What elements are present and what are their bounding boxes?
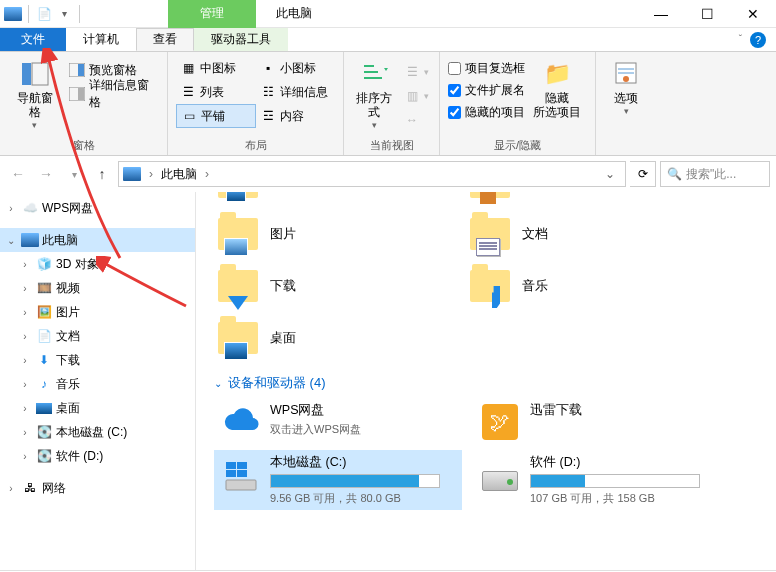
details-pane-button[interactable]: 详细信息窗格 [65,82,159,106]
address-bar: ← → ▾ ↑ › 此电脑 › ⌄ ⟳ 🔍 搜索"此... [0,156,776,192]
windows-drive-icon [218,454,262,494]
tree-documents[interactable]: ›📄文档 [0,324,195,348]
collapse-ribbon-icon[interactable]: ˇ [739,34,742,45]
tree-wps[interactable]: ›☁️WPS网盘 [0,196,195,220]
svg-rect-8 [226,480,256,490]
folder-item[interactable] [466,192,706,208]
svg-rect-12 [237,470,247,477]
svg-rect-10 [237,462,247,469]
drive-icon: 💽 [35,424,53,440]
tree-pictures[interactable]: ›🖼️图片 [0,300,195,324]
window-title: 此电脑 [276,5,312,22]
drive-d[interactable]: 软件 (D:) 107 GB 可用，共 158 GB [474,450,722,510]
drive-c[interactable]: 本地磁盘 (C:) 9.56 GB 可用，共 80.0 GB [214,450,462,510]
layout-list[interactable]: ☰列表 [176,80,256,104]
group-show-hide: 项目复选框 文件扩展名 隐藏的项目 📁 隐藏 所选项目 显示/隐藏 [440,52,596,155]
tab-drive-tools[interactable]: 驱动器工具 [194,28,288,51]
svg-rect-3 [78,64,84,76]
layout-details[interactable]: ☷详细信息 [256,80,344,104]
tree-network[interactable]: ›🖧网络 [0,476,195,500]
chevron-right-icon[interactable]: › [203,167,211,181]
recent-locations-button[interactable]: ▾ [62,162,86,186]
close-button[interactable]: ✕ [730,0,776,28]
pc-icon [123,167,141,181]
tree-local-c[interactable]: ›💽本地磁盘 (C:) [0,420,195,444]
group-current-view: 排序方式 ▾ ☰▾ ▥▾ ↔ 当前视图 [344,52,440,155]
tree-videos[interactable]: ›🎞️视频 [0,276,195,300]
svg-rect-11 [226,470,236,477]
breadcrumb[interactable]: › 此电脑 › ⌄ [118,161,626,187]
navigation-tree: ›☁️WPS网盘 ⌄此电脑 ›🧊3D 对象 ›🎞️视频 ›🖼️图片 ›📄文档 ›… [0,192,196,570]
ribbon-tabs: 文件 计算机 查看 驱动器工具 ˇ ? [0,28,776,52]
folder-downloads[interactable]: 下载 [214,260,454,312]
size-columns-button[interactable]: ↔ [400,108,433,132]
tree-desktop[interactable]: ›桌面 [0,396,195,420]
folder-pictures[interactable]: 图片 [214,208,454,260]
forward-button[interactable]: → [34,162,58,186]
layout-small-icons[interactable]: ▪小图标 [256,56,344,80]
tab-view[interactable]: 查看 [136,28,194,51]
sort-icon [358,58,390,90]
chevron-right-icon[interactable]: › [147,167,155,181]
manage-contextual-tab[interactable]: 管理 [168,0,256,28]
music-icon: ♪ [35,376,53,392]
layout-medium-icons[interactable]: ▦中图标 [176,56,256,80]
content-area: 图片 文档 下载 音乐 桌面 ⌄ 设备和驱动器 (4 [196,192,776,570]
group-by-button[interactable]: ☰▾ [400,60,433,84]
folder-music[interactable]: 音乐 [466,260,706,312]
tree-software-d[interactable]: ›💽软件 (D:) [0,444,195,468]
folder-item[interactable] [214,192,454,208]
tree-this-pc[interactable]: ⌄此电脑 [0,228,195,252]
usage-bar-d [530,474,700,488]
address-dropdown-icon[interactable]: ⌄ [599,167,621,181]
checkbox-item-checkboxes[interactable]: 项目复选框 [448,58,525,78]
hide-selected-button[interactable]: 📁 隐藏 所选项目 [529,56,585,122]
svg-rect-1 [32,63,48,85]
refresh-button[interactable]: ⟳ [630,161,656,187]
folder-documents[interactable]: 文档 [466,208,706,260]
desktop-icon [35,400,53,416]
maximize-button[interactable]: ☐ [684,0,730,28]
checkbox-hidden-items[interactable]: 隐藏的项目 [448,102,525,122]
breadcrumb-this-pc[interactable]: 此电脑 [161,166,197,183]
drive-icon: 💽 [35,448,53,464]
picture-icon: 🖼️ [35,304,53,320]
group-options: 选项 ▾ [596,52,656,155]
navigation-pane-button[interactable]: 导航窗格 ▾ [8,56,61,132]
usage-bar-c [270,474,440,488]
tab-computer[interactable]: 计算机 [66,28,136,51]
section-devices-header[interactable]: ⌄ 设备和驱动器 (4) [214,374,768,392]
search-placeholder: 搜索"此... [686,166,736,183]
video-icon: 🎞️ [35,280,53,296]
preview-pane-icon [69,62,85,78]
search-input[interactable]: 🔍 搜索"此... [660,161,770,187]
drive-xunlei[interactable]: 🕊 迅雷下载 [474,398,722,446]
pc-icon [21,232,39,248]
up-button[interactable]: ↑ [90,162,114,186]
checkbox-file-extensions[interactable]: 文件扩展名 [448,80,525,100]
tree-downloads[interactable]: ›⬇下载 [0,348,195,372]
tree-3d-objects[interactable]: ›🧊3D 对象 [0,252,195,276]
nav-pane-icon [19,58,51,90]
help-icon[interactable]: ? [750,32,766,48]
layout-content[interactable]: ☲内容 [256,104,344,128]
svg-point-7 [623,76,629,82]
tree-music[interactable]: ›♪音乐 [0,372,195,396]
drive-icon [478,454,522,494]
pc-icon[interactable] [4,5,22,23]
options-button[interactable]: 选项 ▾ [604,56,648,118]
add-columns-button[interactable]: ▥▾ [400,84,433,108]
back-button[interactable]: ← [6,162,30,186]
folder-desktop[interactable]: 桌面 [214,312,454,364]
cloud-icon: ☁️ [21,200,39,216]
svg-rect-0 [22,63,31,85]
sort-by-button[interactable]: 排序方式 ▾ [352,56,396,132]
tab-file[interactable]: 文件 [0,28,66,51]
cloud-icon [218,402,262,442]
cube-icon: 🧊 [35,256,53,272]
drive-wps[interactable]: WPS网盘 双击进入WPS网盘 [214,398,462,446]
layout-tiles[interactable]: ▭平铺 [176,104,256,128]
qat-dropdown-icon[interactable]: ▾ [55,5,73,23]
minimize-button[interactable]: — [638,0,684,28]
new-doc-icon[interactable]: 📄 [35,5,53,23]
